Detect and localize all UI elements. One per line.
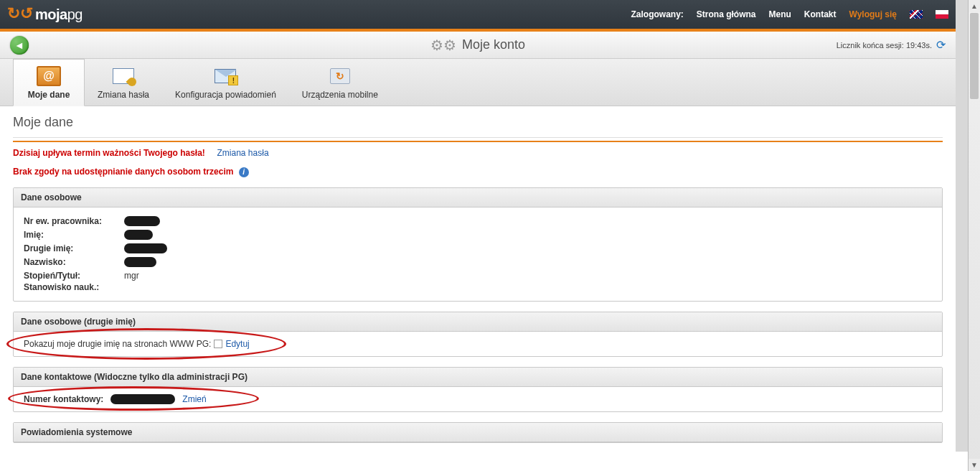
topbar-right: Zalogowany: Strona główna Menu Kontakt W… — [631, 9, 949, 19]
field-label: Stanowisko nauk.: — [24, 282, 124, 292]
content: Moje dane Dzisiaj upływa termin ważności… — [0, 106, 956, 452]
panel-second-name: Dane osobowe (drugie imię) Pokazuj moje … — [13, 312, 943, 357]
password-key-icon — [113, 68, 134, 84]
arrow-left-icon: ◄ — [14, 39, 24, 51]
panel-header: Dane osobowe (drugie imię) — [14, 312, 942, 332]
redacted-value — [124, 243, 167, 253]
orange-thin-separator — [13, 141, 943, 142]
panel-contact-data: Dane kontaktowe (Widoczne tylko dla admi… — [13, 367, 943, 412]
field-label: Imię: — [24, 230, 124, 242]
tabstrip: @ Moje dane Zmiana hasła Konfiguracja po… — [0, 59, 956, 106]
vertical-scrollbar[interactable]: ▲ ▼ — [968, 0, 980, 452]
address-card-icon: @ — [37, 66, 61, 86]
scroll-up-icon[interactable]: ▲ — [969, 0, 980, 12]
gears-icon: ⚙⚙ — [430, 37, 456, 54]
back-button[interactable]: ◄ — [10, 36, 29, 55]
refresh-icon[interactable]: ⟳ — [936, 38, 946, 52]
redacted-value — [124, 230, 153, 240]
redacted-value — [124, 257, 156, 267]
edit-second-name-link[interactable]: Edytuj — [225, 339, 249, 349]
flag-uk-icon[interactable] — [910, 10, 923, 19]
password-expired-warning: Dzisiaj upływa termin ważności Twojego h… — [13, 148, 205, 158]
tab-label: Moje dane — [28, 90, 70, 100]
panel-personal-data: Dane osobowe Nr ew. pracownika: Imię: Dr… — [13, 187, 943, 302]
show-second-name-label: Pokazuj moje drugie imię na stronach WWW… — [24, 339, 211, 349]
field-label: Drugie imię: — [24, 243, 124, 256]
nav-menu[interactable]: Menu — [769, 9, 791, 19]
panel-header: Dane osobowe — [14, 188, 942, 207]
scroll-thumb[interactable] — [970, 13, 979, 99]
info-icon[interactable]: i — [239, 167, 249, 177]
show-second-name-checkbox[interactable] — [214, 340, 222, 348]
page-title-group: ⚙⚙ Moje konto — [430, 37, 525, 54]
logged-in-label: Zalogowany: — [631, 9, 684, 19]
panel-system-notifications: Powiadomienia systemowe — [13, 422, 943, 443]
topbar: ↻↺ mojapg Zalogowany: Strona główna Menu… — [0, 0, 956, 29]
session-timer: Licznik końca sesji: 19:43s. ⟳ — [837, 38, 946, 52]
page-title: Moje konto — [462, 37, 525, 52]
nav-home[interactable]: Strona główna — [697, 9, 756, 19]
tab-zmiana-hasla[interactable]: Zmiana hasła — [85, 60, 162, 106]
divider — [13, 137, 943, 138]
brand-pg: pg — [67, 6, 83, 22]
logo-arrows-icon: ↻↺ — [7, 6, 32, 22]
titlebar: ◄ ⚙⚙ Moje konto Licznik końca sesji: 19:… — [0, 32, 956, 59]
redacted-value — [110, 394, 175, 404]
field-label: Stopień/Tytuł: — [24, 271, 124, 281]
brand-moja: moja — [35, 6, 67, 22]
contact-number-label: Numer kontaktowy: — [24, 394, 103, 404]
panel-header: Dane kontaktowe (Widoczne tylko dla admi… — [14, 368, 942, 387]
brand-logo[interactable]: ↻↺ mojapg — [7, 6, 83, 23]
tab-urzadzenia-mobilne[interactable]: ↻ Urządzenia mobilne — [289, 60, 391, 106]
consent-warning: Brak zgody na udostępnianie danych osobo… — [13, 167, 233, 177]
mail-alert-icon — [215, 69, 236, 83]
session-text: Licznik końca sesji: 19:43s. — [837, 41, 932, 50]
tab-label: Konfiguracja powiadomień — [175, 90, 276, 100]
nav-logout[interactable]: Wyloguj się — [849, 9, 897, 19]
degree-value: mgr — [124, 271, 139, 281]
change-password-link[interactable]: Zmiana hasła — [217, 148, 269, 158]
tab-moje-dane[interactable]: @ Moje dane — [13, 59, 85, 106]
panel-header: Powiadomienia systemowe — [14, 423, 942, 442]
flag-pl-icon[interactable] — [936, 10, 948, 19]
nav-contact[interactable]: Kontakt — [804, 9, 837, 19]
redacted-value — [124, 216, 160, 226]
change-contact-link[interactable]: Zmień — [182, 394, 206, 404]
field-label: Nazwisko: — [24, 257, 124, 269]
content-heading: Moje dane — [13, 115, 943, 130]
tab-label: Urządzenia mobilne — [302, 90, 378, 100]
tab-label: Zmiana hasła — [98, 90, 149, 100]
mobile-device-icon: ↻ — [330, 68, 350, 84]
field-label: Nr ew. pracownika: — [24, 216, 124, 228]
tab-konfiguracja-powiadomien[interactable]: Konfiguracja powiadomień — [162, 60, 289, 106]
